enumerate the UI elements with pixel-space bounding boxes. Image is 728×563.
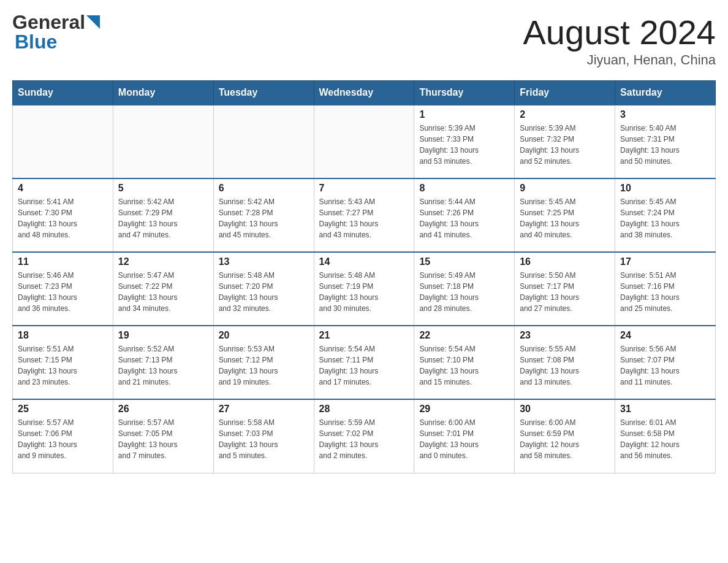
day-number: 23 bbox=[520, 330, 610, 341]
calendar-day-cell bbox=[314, 105, 414, 178]
logo-blue-text: Blue bbox=[15, 31, 57, 53]
day-number: 20 bbox=[219, 330, 309, 341]
calendar-day-cell: 12Sunrise: 5:47 AM Sunset: 7:22 PM Dayli… bbox=[113, 252, 213, 326]
day-number: 19 bbox=[118, 330, 208, 341]
calendar-week-1: 1Sunrise: 5:39 AM Sunset: 7:33 PM Daylig… bbox=[13, 105, 716, 178]
calendar-week-2: 4Sunrise: 5:41 AM Sunset: 7:30 PM Daylig… bbox=[13, 178, 716, 252]
calendar-day-cell: 19Sunrise: 5:52 AM Sunset: 7:13 PM Dayli… bbox=[113, 326, 213, 399]
calendar-day-cell: 30Sunrise: 6:00 AM Sunset: 6:59 PM Dayli… bbox=[515, 399, 615, 473]
day-number: 22 bbox=[419, 330, 509, 341]
calendar-day-cell: 22Sunrise: 5:54 AM Sunset: 7:10 PM Dayli… bbox=[414, 326, 515, 399]
day-info: Sunrise: 5:58 AM Sunset: 7:03 PM Dayligh… bbox=[219, 417, 309, 461]
calendar-header-tuesday: Tuesday bbox=[213, 81, 314, 105]
calendar-day-cell: 29Sunrise: 6:00 AM Sunset: 7:01 PM Dayli… bbox=[414, 399, 515, 473]
logo-arrow-icon bbox=[86, 15, 100, 29]
calendar-day-cell: 20Sunrise: 5:53 AM Sunset: 7:12 PM Dayli… bbox=[213, 326, 314, 399]
calendar-day-cell: 14Sunrise: 5:48 AM Sunset: 7:19 PM Dayli… bbox=[314, 252, 414, 326]
day-info: Sunrise: 5:39 AM Sunset: 7:32 PM Dayligh… bbox=[520, 123, 610, 167]
calendar-day-cell: 23Sunrise: 5:55 AM Sunset: 7:08 PM Dayli… bbox=[515, 326, 615, 399]
day-number: 3 bbox=[620, 109, 710, 120]
day-number: 21 bbox=[319, 330, 409, 341]
day-info: Sunrise: 5:43 AM Sunset: 7:27 PM Dayligh… bbox=[319, 196, 409, 240]
day-info: Sunrise: 5:39 AM Sunset: 7:33 PM Dayligh… bbox=[419, 123, 509, 167]
day-info: Sunrise: 5:42 AM Sunset: 7:28 PM Dayligh… bbox=[219, 196, 309, 240]
day-number: 11 bbox=[18, 256, 108, 267]
day-info: Sunrise: 5:57 AM Sunset: 7:06 PM Dayligh… bbox=[18, 417, 108, 461]
page-header: General Blue August 2024 Jiyuan, Henan, … bbox=[12, 12, 716, 68]
calendar-day-cell bbox=[113, 105, 213, 178]
day-info: Sunrise: 6:01 AM Sunset: 6:58 PM Dayligh… bbox=[620, 417, 710, 461]
calendar-day-cell: 18Sunrise: 5:51 AM Sunset: 7:15 PM Dayli… bbox=[13, 326, 113, 399]
calendar-day-cell: 26Sunrise: 5:57 AM Sunset: 7:05 PM Dayli… bbox=[113, 399, 213, 473]
day-number: 27 bbox=[219, 404, 309, 415]
calendar-day-cell: 24Sunrise: 5:56 AM Sunset: 7:07 PM Dayli… bbox=[615, 326, 716, 399]
calendar-week-5: 25Sunrise: 5:57 AM Sunset: 7:06 PM Dayli… bbox=[13, 399, 716, 473]
day-number: 9 bbox=[520, 183, 610, 194]
day-info: Sunrise: 5:42 AM Sunset: 7:29 PM Dayligh… bbox=[118, 196, 208, 240]
calendar-day-cell: 5Sunrise: 5:42 AM Sunset: 7:29 PM Daylig… bbox=[113, 178, 213, 252]
title-section: August 2024 Jiyuan, Henan, China bbox=[523, 12, 716, 68]
day-info: Sunrise: 5:53 AM Sunset: 7:12 PM Dayligh… bbox=[219, 343, 309, 388]
calendar-day-cell: 4Sunrise: 5:41 AM Sunset: 7:30 PM Daylig… bbox=[13, 178, 113, 252]
calendar-header-thursday: Thursday bbox=[414, 81, 515, 105]
calendar-day-cell: 13Sunrise: 5:48 AM Sunset: 7:20 PM Dayli… bbox=[213, 252, 314, 326]
day-number: 25 bbox=[18, 404, 108, 415]
day-info: Sunrise: 5:50 AM Sunset: 7:17 PM Dayligh… bbox=[520, 270, 610, 314]
day-number: 6 bbox=[219, 183, 309, 194]
calendar-day-cell bbox=[13, 105, 113, 178]
day-info: Sunrise: 5:54 AM Sunset: 7:11 PM Dayligh… bbox=[319, 343, 409, 388]
day-info: Sunrise: 5:57 AM Sunset: 7:05 PM Dayligh… bbox=[118, 417, 208, 461]
day-number: 17 bbox=[620, 256, 710, 267]
calendar-day-cell: 6Sunrise: 5:42 AM Sunset: 7:28 PM Daylig… bbox=[213, 178, 314, 252]
calendar-day-cell: 21Sunrise: 5:54 AM Sunset: 7:11 PM Dayli… bbox=[314, 326, 414, 399]
day-info: Sunrise: 5:55 AM Sunset: 7:08 PM Dayligh… bbox=[520, 343, 610, 388]
day-number: 26 bbox=[118, 404, 208, 415]
day-number: 15 bbox=[419, 256, 509, 267]
day-info: Sunrise: 5:40 AM Sunset: 7:31 PM Dayligh… bbox=[620, 123, 710, 167]
day-info: Sunrise: 5:47 AM Sunset: 7:22 PM Dayligh… bbox=[118, 270, 208, 314]
calendar-day-cell: 2Sunrise: 5:39 AM Sunset: 7:32 PM Daylig… bbox=[515, 105, 615, 178]
day-info: Sunrise: 5:49 AM Sunset: 7:18 PM Dayligh… bbox=[419, 270, 509, 314]
day-number: 28 bbox=[319, 404, 409, 415]
day-info: Sunrise: 5:45 AM Sunset: 7:24 PM Dayligh… bbox=[620, 196, 710, 240]
day-number: 8 bbox=[419, 183, 509, 194]
calendar-day-cell: 3Sunrise: 5:40 AM Sunset: 7:31 PM Daylig… bbox=[615, 105, 716, 178]
calendar-day-cell: 27Sunrise: 5:58 AM Sunset: 7:03 PM Dayli… bbox=[213, 399, 314, 473]
day-info: Sunrise: 5:44 AM Sunset: 7:26 PM Dayligh… bbox=[419, 196, 509, 240]
calendar-day-cell: 8Sunrise: 5:44 AM Sunset: 7:26 PM Daylig… bbox=[414, 178, 515, 252]
day-info: Sunrise: 5:41 AM Sunset: 7:30 PM Dayligh… bbox=[18, 196, 108, 240]
day-number: 29 bbox=[419, 404, 509, 415]
calendar-day-cell: 17Sunrise: 5:51 AM Sunset: 7:16 PM Dayli… bbox=[615, 252, 716, 326]
calendar-day-cell: 15Sunrise: 5:49 AM Sunset: 7:18 PM Dayli… bbox=[414, 252, 515, 326]
calendar-header-row: SundayMondayTuesdayWednesdayThursdayFrid… bbox=[13, 81, 716, 105]
day-number: 1 bbox=[419, 109, 509, 120]
day-info: Sunrise: 5:52 AM Sunset: 7:13 PM Dayligh… bbox=[118, 343, 208, 388]
day-info: Sunrise: 5:56 AM Sunset: 7:07 PM Dayligh… bbox=[620, 343, 710, 388]
logo: General Blue bbox=[12, 12, 100, 52]
day-info: Sunrise: 5:59 AM Sunset: 7:02 PM Dayligh… bbox=[319, 417, 409, 461]
day-info: Sunrise: 5:54 AM Sunset: 7:10 PM Dayligh… bbox=[419, 343, 509, 388]
calendar-day-cell: 28Sunrise: 5:59 AM Sunset: 7:02 PM Dayli… bbox=[314, 399, 414, 473]
calendar-header-friday: Friday bbox=[515, 81, 615, 105]
day-number: 30 bbox=[520, 404, 610, 415]
day-number: 31 bbox=[620, 404, 710, 415]
day-info: Sunrise: 5:51 AM Sunset: 7:16 PM Dayligh… bbox=[620, 270, 710, 314]
logo-general-text: General bbox=[12, 12, 85, 32]
day-info: Sunrise: 5:46 AM Sunset: 7:23 PM Dayligh… bbox=[18, 270, 108, 314]
day-info: Sunrise: 6:00 AM Sunset: 6:59 PM Dayligh… bbox=[520, 417, 610, 461]
day-number: 10 bbox=[620, 183, 710, 194]
day-info: Sunrise: 5:51 AM Sunset: 7:15 PM Dayligh… bbox=[18, 343, 108, 388]
day-number: 12 bbox=[118, 256, 208, 267]
month-title: August 2024 bbox=[523, 12, 716, 52]
calendar-day-cell: 7Sunrise: 5:43 AM Sunset: 7:27 PM Daylig… bbox=[314, 178, 414, 252]
calendar-day-cell bbox=[213, 105, 314, 178]
calendar-header-wednesday: Wednesday bbox=[314, 81, 414, 105]
day-number: 4 bbox=[18, 183, 108, 194]
svg-marker-0 bbox=[86, 15, 100, 29]
day-number: 13 bbox=[219, 256, 309, 267]
location: Jiyuan, Henan, China bbox=[523, 52, 716, 68]
day-info: Sunrise: 5:45 AM Sunset: 7:25 PM Dayligh… bbox=[520, 196, 610, 240]
calendar-week-3: 11Sunrise: 5:46 AM Sunset: 7:23 PM Dayli… bbox=[13, 252, 716, 326]
calendar-day-cell: 9Sunrise: 5:45 AM Sunset: 7:25 PM Daylig… bbox=[515, 178, 615, 252]
calendar-day-cell: 16Sunrise: 5:50 AM Sunset: 7:17 PM Dayli… bbox=[515, 252, 615, 326]
